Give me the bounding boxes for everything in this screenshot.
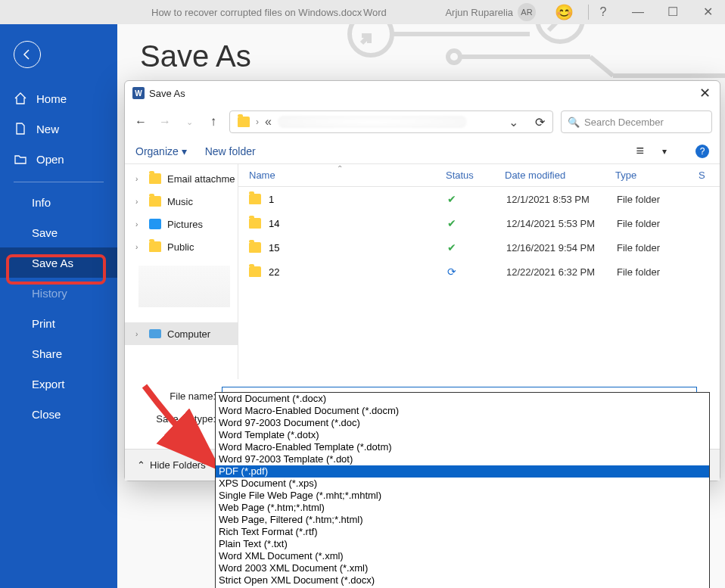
row-date: 12/16/2021 9:54 PM	[506, 242, 617, 254]
refresh-button[interactable]: ⟳	[535, 115, 545, 129]
filetype-dropdown[interactable]: Word Document (*.docx)Word Macro-Enabled…	[215, 392, 710, 588]
table-row[interactable]: 1✔12/1/2021 8:53 PMFile folder	[238, 187, 720, 211]
row-type: File folder	[617, 242, 660, 254]
nav-info[interactable]: Info	[0, 187, 117, 217]
row-name: 22	[269, 266, 447, 278]
row-date: 12/14/2021 5:53 PM	[506, 218, 617, 229]
nav-up-button[interactable]: ↑	[205, 114, 222, 129]
filetype-option[interactable]: Word Document (*.docx)	[216, 393, 709, 405]
nav-open[interactable]: Open	[0, 144, 117, 174]
filetype-option[interactable]: Word XML Document (*.xml)	[216, 550, 709, 562]
view-dropdown[interactable]: ▾	[662, 146, 667, 157]
dialog-help-button[interactable]: ?	[695, 145, 709, 158]
col-date[interactable]: Date modified	[494, 170, 605, 181]
col-size[interactable]: S	[688, 170, 703, 181]
filetype-option[interactable]: Word 2003 XML Document (*.xml)	[216, 562, 709, 574]
filetype-option[interactable]: Word Template (*.dotx)	[216, 429, 709, 441]
row-name: 14	[269, 218, 447, 229]
nav-label: Open	[36, 153, 64, 166]
filetype-option[interactable]: Web Page, Filtered (*.htm;*.html)	[216, 514, 709, 526]
row-name: 15	[269, 242, 447, 254]
tree-node[interactable]: ›Public	[125, 235, 238, 258]
tree-redacted	[138, 266, 230, 307]
view-button[interactable]: ≡	[636, 143, 644, 159]
filetype-label: Save as type:	[132, 413, 216, 425]
nav-history-dropdown[interactable]: ⌄	[181, 117, 198, 127]
nav-print[interactable]: Print	[0, 308, 117, 338]
dialog-navbar: ← → ⌄ ↑ › « ⌄ ⟳ 🔍 Search December	[125, 105, 720, 138]
maximize-button[interactable]: ☐	[655, 0, 690, 24]
home-icon	[14, 92, 27, 105]
word-icon: W	[132, 87, 145, 99]
dialog-title: Save As	[149, 88, 185, 99]
nav-export[interactable]: Export	[0, 369, 117, 399]
help-button[interactable]: ?	[586, 0, 621, 24]
filetype-option[interactable]: Web Page (*.htm;*.html)	[216, 502, 709, 514]
sort-indicator-icon: ⌃	[337, 164, 343, 173]
row-date: 12/22/2021 6:32 PM	[506, 266, 617, 278]
row-date: 12/1/2021 8:53 PM	[506, 194, 617, 205]
filetype-option[interactable]: Strict Open XML Document (*.docx)	[216, 574, 709, 586]
path-redacted	[278, 116, 467, 128]
share-icon[interactable]: 😊	[555, 3, 574, 21]
chevron-icon: ›	[256, 117, 259, 127]
row-name: 1	[269, 194, 447, 205]
document-title: How to recover corrupted files on Window…	[151, 7, 362, 18]
minimize-button[interactable]: —	[621, 0, 655, 24]
hide-folders-button[interactable]: ⌃ Hide Folders	[137, 459, 206, 471]
nav-new[interactable]: New	[0, 114, 117, 144]
filetype-option[interactable]: Rich Text Format (*.rtf)	[216, 526, 709, 538]
filetype-option[interactable]: Single File Web Page (*.mht;*.mhtml)	[216, 490, 709, 502]
filetype-option[interactable]: Word Macro-Enabled Document (*.docm)	[216, 405, 709, 417]
folder-icon	[249, 218, 261, 229]
dialog-close-button[interactable]: ✕	[699, 85, 711, 101]
col-status[interactable]: Status	[435, 170, 494, 181]
table-row[interactable]: 22⟳12/22/2021 6:32 PMFile folder	[238, 260, 720, 284]
document-new-icon	[14, 122, 27, 135]
chevron-down-icon[interactable]: ⌄	[509, 115, 518, 129]
nav-save[interactable]: Save	[0, 217, 117, 247]
filetype-option[interactable]: XPS Document (*.xps)	[216, 478, 709, 490]
computer-icon	[149, 329, 161, 338]
divider	[14, 182, 104, 182]
folder-icon	[249, 242, 261, 253]
tree-node-computer[interactable]: ›Computer	[125, 322, 238, 345]
row-type: File folder	[617, 194, 660, 205]
sync-icon: ⟳	[447, 266, 506, 278]
nav-share[interactable]: Share	[0, 338, 117, 369]
nav-close[interactable]: Close	[0, 399, 117, 429]
new-folder-button[interactable]: New folder	[205, 145, 256, 157]
table-row[interactable]: 14✔12/14/2021 5:53 PMFile folder	[238, 211, 720, 235]
filetype-option[interactable]: Word Macro-Enabled Template (*.dotm)	[216, 441, 709, 453]
user-name: Arjun Ruparelia	[445, 7, 513, 18]
filetype-option[interactable]: Word 97-2003 Document (*.doc)	[216, 417, 709, 429]
chevron-up-icon: ⌃	[137, 459, 145, 471]
nav-save-as[interactable]: Save As	[0, 247, 117, 278]
folder-open-icon	[14, 152, 27, 166]
search-input[interactable]: 🔍 Search December	[561, 110, 712, 133]
app-name: Word	[363, 7, 387, 18]
filetype-option[interactable]: Word 97-2003 Template (*.dot)	[216, 453, 709, 465]
dialog-toolbar: Organize ▾ New folder ≡ ▾ ?	[125, 138, 720, 164]
folder-icon	[238, 117, 250, 127]
tree-node[interactable]: ›Pictures	[125, 213, 238, 235]
avatar[interactable]: AR	[518, 3, 536, 21]
pictures-icon	[149, 219, 161, 229]
col-type[interactable]: Type	[605, 170, 688, 181]
table-row[interactable]: 15✔12/16/2021 9:54 PMFile folder	[238, 235, 720, 260]
nav-home[interactable]: Home	[0, 83, 117, 114]
nav-back-button[interactable]: ←	[132, 115, 149, 129]
tree-node[interactable]: ›Email attachme	[125, 167, 238, 190]
checkmark-icon: ✔	[447, 241, 506, 254]
window-close-button[interactable]: ✕	[690, 0, 725, 24]
column-headers[interactable]: Name ⌃ Status Date modified Type S	[238, 164, 720, 187]
tree-node[interactable]: ›Music	[125, 190, 238, 213]
address-bar[interactable]: › « ⌄ ⟳	[229, 110, 553, 133]
filetype-option[interactable]: Plain Text (*.txt)	[216, 538, 709, 550]
search-icon: 🔍	[568, 117, 580, 128]
checkmark-icon: ✔	[447, 217, 506, 229]
organize-button[interactable]: Organize ▾	[135, 145, 187, 157]
backstage-sidebar: Home New Open Info Save Save As History …	[0, 24, 117, 588]
nav-label: Home	[36, 92, 67, 105]
filetype-option[interactable]: PDF (*.pdf)	[216, 465, 709, 478]
